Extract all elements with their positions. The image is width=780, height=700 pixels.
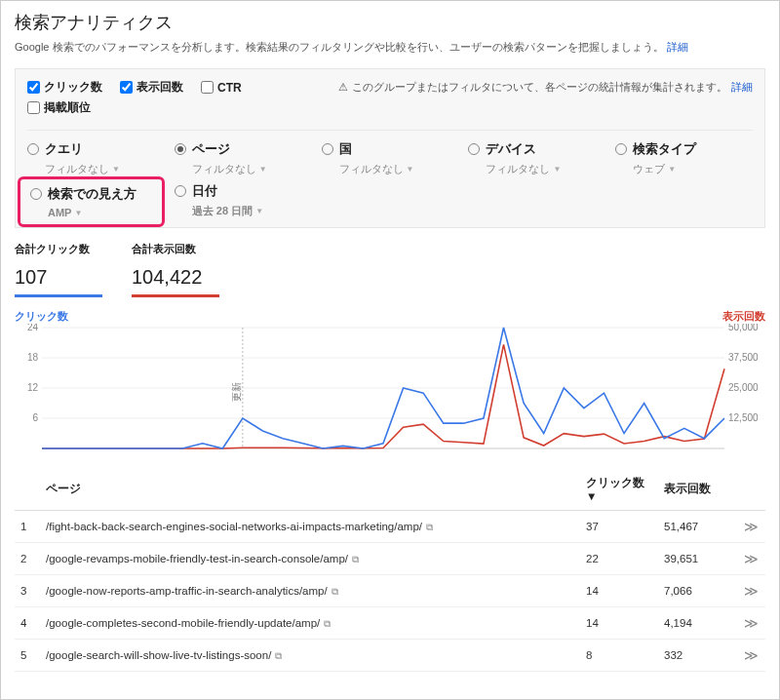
svg-text:6: 6 — [32, 412, 38, 423]
row-impr: 7,066 — [658, 575, 736, 607]
summary-impressions: 合計表示回数 104,422 — [132, 242, 219, 297]
row-clicks: 8 — [580, 640, 658, 672]
filter-panel: クリック数 表示回数 CTR ⚠ このグループまたはフィルタについて、各ページの… — [15, 68, 765, 228]
row-clicks: 14 — [580, 607, 658, 640]
table-row[interactable]: 1 /fight-back-back-search-engines-social… — [15, 511, 765, 543]
external-link-icon[interactable]: ⧉ — [352, 554, 359, 564]
svg-text:12: 12 — [27, 382, 39, 393]
dim-device[interactable]: デバイス フィルタなし▼ — [468, 140, 605, 176]
external-link-icon[interactable]: ⧉ — [324, 618, 331, 629]
external-link-icon[interactable]: ⧉ — [426, 522, 433, 532]
chevron-right-icon[interactable]: ≫ — [744, 583, 759, 599]
radio-icon — [175, 143, 186, 155]
summary-clicks: 合計クリック数 107 — [15, 242, 102, 297]
chevron-down-icon: ▼ — [407, 165, 414, 174]
svg-text:更新: 更新 — [231, 382, 242, 402]
dim-searchtype[interactable]: 検索タイプ ウェブ▼ — [615, 140, 753, 176]
chevron-down-icon: ▼ — [255, 207, 263, 215]
row-index: 3 — [15, 575, 40, 607]
radio-icon — [30, 188, 42, 200]
page-desc: Google 検索でのパフォーマンスを分析します。検索結果のフィルタリングや比較… — [15, 40, 765, 55]
header-more-link[interactable]: 詳細 — [667, 41, 688, 53]
chevron-down-icon: ▼ — [259, 165, 267, 174]
col-impr[interactable]: 表示回数 — [658, 468, 736, 511]
col-page[interactable]: ページ — [40, 468, 580, 511]
chevron-right-icon[interactable]: ≫ — [744, 615, 759, 631]
aggregation-notice: ⚠ このグループまたはフィルタについて、各ページの統計情報が集計されます。 詳細 — [338, 81, 753, 95]
metric-impr-checkbox[interactable] — [120, 81, 133, 94]
chevron-right-icon[interactable]: ≫ — [744, 647, 759, 663]
page-title: 検索アナリティクス — [15, 11, 765, 34]
radio-icon — [322, 143, 333, 155]
metric-impressions[interactable]: 表示回数 — [120, 79, 183, 96]
chevron-right-icon[interactable]: ≫ — [744, 519, 759, 534]
row-index: 5 — [15, 640, 40, 672]
chevron-down-icon: ▼ — [112, 165, 120, 174]
svg-text:24: 24 — [27, 324, 39, 332]
dim-search-appearance[interactable]: 検索での見え方 AMP▼ — [30, 185, 152, 218]
svg-text:12,500: 12,500 — [728, 412, 759, 423]
dim-query[interactable]: クエリ フィルタなし▼ — [27, 140, 165, 176]
radio-icon — [175, 185, 186, 197]
radio-icon — [468, 143, 480, 155]
svg-text:37,500: 37,500 — [728, 352, 759, 363]
row-impr: 332 — [658, 640, 736, 672]
row-clicks: 37 — [580, 511, 658, 543]
row-index: 1 — [15, 511, 40, 543]
svg-text:25,000: 25,000 — [728, 382, 759, 393]
external-link-icon[interactable]: ⧉ — [275, 650, 282, 661]
svg-text:18: 18 — [27, 352, 39, 363]
metric-clicks-checkbox[interactable] — [27, 81, 40, 94]
radio-icon — [615, 143, 627, 155]
results-table: ページ クリック数▼ 表示回数 1 /fight-back-back-searc… — [15, 468, 765, 672]
row-page: /google-now-reports-amp-traffic-in-searc… — [40, 575, 580, 607]
row-clicks: 22 — [580, 543, 658, 575]
row-impr: 4,194 — [658, 607, 736, 640]
metric-ctr[interactable]: CTR — [201, 81, 242, 95]
chevron-down-icon: ▼ — [553, 165, 561, 174]
notice-more-link[interactable]: 詳細 — [731, 81, 753, 95]
row-impr: 39,651 — [658, 543, 736, 575]
dim-page[interactable]: ページ フィルタなし▼ — [175, 140, 312, 176]
table-row[interactable]: 5 /google-search-will-show-live-tv-listi… — [15, 640, 765, 672]
highlight-box: 検索での見え方 AMP▼ — [18, 176, 165, 227]
dim-country[interactable]: 国 フィルタなし▼ — [322, 140, 459, 176]
warning-icon: ⚠ — [338, 81, 348, 94]
chevron-right-icon[interactable]: ≫ — [744, 551, 759, 566]
row-clicks: 14 — [580, 575, 658, 607]
row-page: /fight-back-back-search-engines-social-n… — [40, 511, 580, 543]
row-index: 4 — [15, 607, 40, 640]
row-impr: 51,467 — [658, 511, 736, 543]
row-page: /google-completes-second-mobile-friendly… — [40, 607, 580, 640]
table-row[interactable]: 2 /google-revamps-mobile-friendly-test-i… — [15, 543, 765, 575]
row-page: /google-revamps-mobile-friendly-test-in-… — [40, 543, 580, 575]
chart-right-label: 表示回数 — [722, 309, 765, 324]
table-row[interactable]: 3 /google-now-reports-amp-traffic-in-sea… — [15, 575, 765, 607]
metric-clicks[interactable]: クリック数 — [27, 79, 102, 96]
svg-text:50,000: 50,000 — [728, 324, 759, 332]
row-index: 2 — [15, 543, 40, 575]
external-link-icon[interactable]: ⧉ — [332, 586, 338, 597]
metric-position[interactable]: 掲載順位 — [27, 99, 91, 116]
chevron-down-icon: ▼ — [668, 165, 676, 174]
radio-icon — [27, 143, 39, 155]
table-row[interactable]: 4 /google-completes-second-mobile-friend… — [15, 607, 765, 640]
chart-canvas: 612,5001225,0001837,5002450,000更新 — [15, 324, 767, 460]
metric-ctr-checkbox[interactable] — [201, 81, 214, 94]
row-page: /google-search-will-show-live-tv-listing… — [40, 640, 580, 672]
chart-left-label: クリック数 — [15, 309, 68, 324]
dim-date[interactable]: 日付 過去 28 日間▼ — [175, 182, 312, 221]
chevron-down-icon: ▼ — [74, 209, 82, 217]
metric-pos-checkbox[interactable] — [27, 101, 40, 114]
col-clicks[interactable]: クリック数▼ — [580, 468, 658, 511]
